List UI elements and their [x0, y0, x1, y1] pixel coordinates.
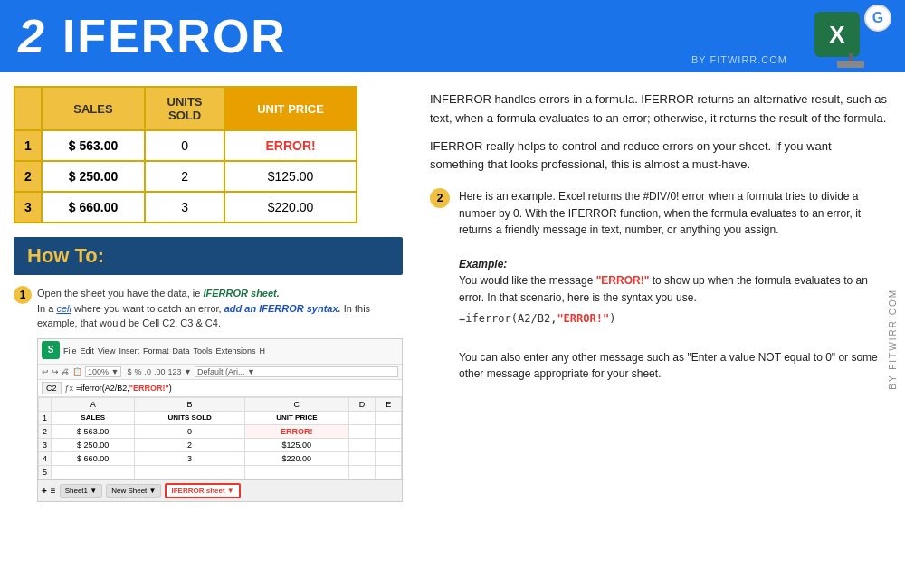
font-selector[interactable]: Default (Ari... ▼ [195, 366, 398, 377]
menu-edit[interactable]: Edit [81, 346, 95, 356]
mini-cell-e2[interactable] [376, 424, 402, 438]
mini-cell-d1[interactable] [348, 411, 376, 424]
mini-cell-a1[interactable]: SALES [52, 411, 135, 424]
mini-cell-b2[interactable]: 0 [135, 424, 245, 438]
mini-cell-e4[interactable] [376, 451, 402, 465]
logo-container: X G [810, 5, 891, 70]
row-num-2: 2 [14, 161, 42, 192]
menu-tools[interactable]: Tools [193, 346, 212, 356]
menu-data[interactable]: Data [172, 346, 189, 356]
step-1-content: Open the sheet you have the data, ie IFE… [37, 286, 403, 502]
decimal-more[interactable]: .00 [154, 367, 166, 376]
desc-para-1: INFERROR handles errors in a formula. IF… [430, 90, 887, 128]
mini-spreadsheet: S File Edit View Insert Format Data Tool… [37, 338, 403, 502]
menu-file[interactable]: File [63, 346, 77, 356]
step-2-example: You would like the message "ERROR!" to s… [459, 272, 887, 306]
header-brand: BY FITWIRR.COM [691, 54, 787, 65]
mini-rownum-5: 5 [39, 465, 52, 479]
menu-view[interactable]: View [98, 346, 115, 356]
mini-cell-a4[interactable]: $ 660.00 [52, 451, 135, 465]
mini-row-2: 2 $ 563.00 0 ERROR! [39, 424, 402, 438]
price-3: $220.00 [224, 192, 357, 223]
demo-table: SALES UNITSSOLD UNIT PRICE 1 $ 563.00 0 … [14, 86, 357, 223]
menu-format[interactable]: Format [143, 346, 169, 356]
format-123[interactable]: 123 ▼ [168, 367, 192, 376]
mini-cell-e1[interactable] [376, 411, 402, 424]
formula-fx: ƒx [65, 384, 74, 393]
sheet-tab-iferror[interactable]: IFERROR sheet ▼ [165, 483, 240, 498]
table-header-sales: SALES [42, 87, 145, 130]
sales-2: $ 250.00 [42, 161, 145, 192]
step-2-container: 2 Here is an example. Excel returns the … [430, 188, 887, 383]
cell-ref-box[interactable]: C2 [42, 382, 62, 394]
redo-icon[interactable]: ↪ [52, 367, 59, 376]
decimal-less[interactable]: .0 [144, 367, 151, 376]
mini-corner [39, 397, 52, 411]
step-2-number: 2 [430, 188, 450, 208]
add-sheet-button[interactable]: + [42, 486, 47, 496]
zoom-control[interactable]: 100% ▼ [85, 366, 121, 377]
mini-row-3: 3 $ 250.00 2 $125.00 [39, 438, 402, 451]
table-header-unitprice: UNIT PRICE [224, 87, 357, 130]
mini-cell-c1[interactable]: UNIT PRICE [244, 411, 348, 424]
mini-rownum-1: 1 [39, 411, 52, 424]
mini-cell-a2[interactable]: $ 563.00 [52, 424, 135, 438]
sheet-tab-new[interactable]: New Sheet ▼ [106, 484, 161, 498]
mini-col-d: D [348, 397, 376, 411]
mini-col-b: B [135, 397, 245, 411]
mini-cell-b5[interactable] [135, 465, 245, 479]
how-to-bar: How To: [14, 237, 403, 275]
mini-cell-e5[interactable] [376, 465, 402, 479]
mini-cell-b4[interactable]: 3 [135, 451, 245, 465]
mini-cell-d3[interactable] [348, 438, 376, 451]
mini-toolbar: ↩ ↪ 🖨 📋 100% ▼ $ % .0 .00 123 ▼ Default … [38, 365, 402, 380]
mini-col-e: E [376, 397, 402, 411]
mini-cell-d4[interactable] [348, 451, 376, 465]
excel-icon: X [829, 21, 844, 49]
mini-cell-b1[interactable]: UNITS SOLD [135, 411, 245, 424]
mini-cell-e3[interactable] [376, 438, 402, 451]
monitor-stand [849, 53, 853, 61]
vertical-brand: BY FITWIRR.COM [884, 90, 900, 588]
mini-row-5: 5 [39, 465, 402, 479]
mini-rownum-2: 2 [39, 424, 52, 438]
dollar-icon: $ [127, 367, 131, 376]
mini-menu-bar: S File Edit View Insert Format Data Tool… [38, 339, 402, 365]
table-header-empty [14, 87, 42, 130]
units-1: 0 [145, 130, 224, 161]
sales-3: $ 660.00 [42, 192, 145, 223]
vertical-brand-text: BY FITWIRR.COM [888, 289, 898, 390]
mini-cell-c2[interactable]: ERROR! [244, 424, 348, 438]
mini-col-a: A [52, 397, 135, 411]
mini-cell-d5[interactable] [348, 465, 376, 479]
mini-cell-a5[interactable] [52, 465, 135, 479]
print-icon[interactable]: 🖨 [62, 367, 70, 376]
mini-col-c: C [244, 397, 348, 411]
step-2-content: Here is an example. Excel returns the #D… [459, 188, 887, 383]
sheets-menu-button[interactable]: ≡ [51, 486, 56, 496]
menu-insert[interactable]: Insert [119, 346, 139, 356]
mini-cell-c3[interactable]: $125.00 [244, 438, 348, 451]
how-to-label: How To: [27, 244, 104, 267]
header: 2 IFERROR BY FITWIRR.COM X G [0, 0, 905, 72]
mini-row-4: 4 $ 660.00 3 $220.00 [39, 451, 402, 465]
price-1: ERROR! [224, 130, 357, 161]
row-num-1: 1 [14, 130, 42, 161]
copy-icon[interactable]: 📋 [72, 367, 82, 376]
row-num-3: 3 [14, 192, 42, 223]
undo-icon[interactable]: ↩ [42, 367, 49, 376]
mini-rownum-4: 4 [39, 451, 52, 465]
units-2: 2 [145, 161, 224, 192]
mini-cell-b3[interactable]: 2 [135, 438, 245, 451]
sheet-tabs: + ≡ Sheet1 ▼ New Sheet ▼ IFERROR sheet ▼ [38, 479, 402, 501]
sales-1: $ 563.00 [42, 130, 145, 161]
units-3: 3 [145, 192, 224, 223]
mini-cell-c4[interactable]: $220.00 [244, 451, 348, 465]
menu-extensions[interactable]: Extensions [215, 346, 255, 356]
mini-cell-a3[interactable]: $ 250.00 [52, 438, 135, 451]
table-row: 1 $ 563.00 0 ERROR! [14, 130, 357, 161]
mini-cell-c5[interactable] [244, 465, 348, 479]
sheet-tab-1[interactable]: Sheet1 ▼ [60, 484, 103, 498]
google-g-icon: G [872, 10, 883, 26]
mini-cell-d2[interactable] [348, 424, 376, 438]
